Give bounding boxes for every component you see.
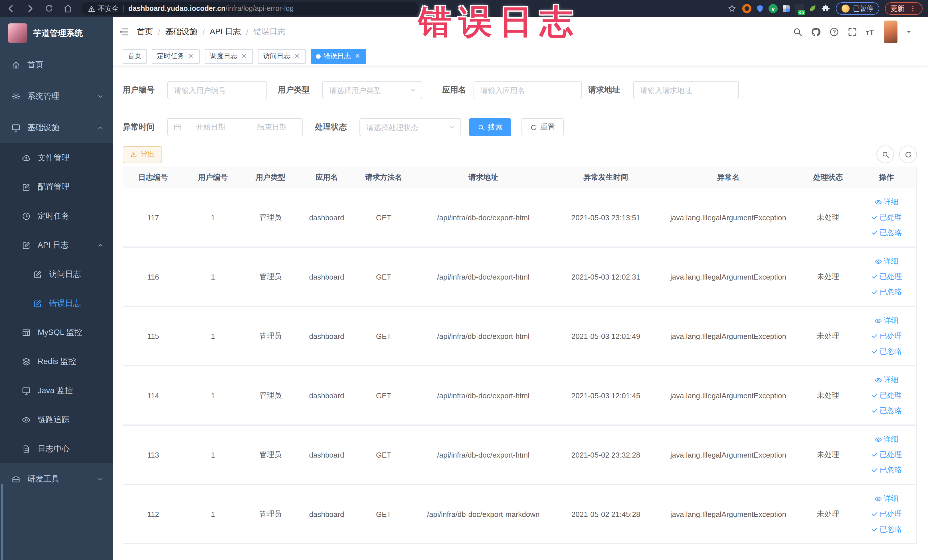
breadcrumb-infra[interactable]: 基础设施 [165, 27, 197, 37]
help-icon[interactable] [829, 27, 839, 37]
tab-job-log[interactable]: 调度日志✕ [205, 49, 253, 64]
close-icon[interactable]: ✕ [293, 52, 301, 60]
extensions-puzzle-icon[interactable] [821, 4, 830, 13]
request-url-input[interactable] [633, 81, 739, 99]
close-icon[interactable]: ✕ [240, 52, 247, 60]
close-icon[interactable]: ✕ [187, 52, 195, 60]
sidebar-item-redis[interactable]: Redis 监控 [0, 347, 113, 376]
sidebar-item-system[interactable]: 系统管理 [0, 81, 113, 112]
processed-link[interactable]: 已处理 [871, 450, 902, 460]
processed-link[interactable]: 已处理 [871, 212, 902, 223]
extension-icon-on-badge[interactable] [795, 4, 804, 13]
app-logo-row[interactable]: 芋道管理系统 [0, 17, 113, 49]
active-dot-icon [316, 54, 321, 58]
bookmark-star-icon[interactable] [728, 4, 737, 13]
edit-icon [22, 241, 31, 250]
sidebar-item-error-log[interactable]: 错误日志 [0, 289, 113, 318]
status-badge: 未处理 [800, 450, 857, 460]
ignored-link[interactable]: 已忽略 [871, 406, 902, 416]
extension-icon-orange[interactable] [742, 4, 751, 13]
user-avatar[interactable] [884, 21, 897, 43]
sidebar-item-infra[interactable]: 基础设施 [0, 112, 113, 143]
forward-icon[interactable] [25, 3, 35, 14]
detail-link[interactable]: 详细 [875, 256, 898, 267]
processed-link[interactable]: 已处理 [871, 509, 902, 519]
sidebar-item-dev-tools[interactable]: 研发工具 [0, 463, 113, 495]
tab-error-log[interactable]: 错误日志✕ [311, 49, 366, 64]
search-icon[interactable] [792, 27, 803, 37]
kebab-menu-icon[interactable] [909, 5, 917, 12]
fullscreen-icon[interactable] [847, 27, 858, 37]
ignored-link[interactable]: 已忽略 [871, 524, 902, 535]
sidebar-item-java[interactable]: Java 监控 [0, 376, 113, 405]
detail-link[interactable]: 详细 [875, 493, 898, 504]
sidebar-item-trace[interactable]: 链路追踪 [0, 405, 113, 434]
process-status-select-input[interactable] [359, 118, 461, 136]
app-name-input[interactable] [473, 81, 582, 99]
sidebar-item-home[interactable]: 首页 [0, 49, 113, 81]
extension-icon-grid[interactable] [781, 4, 791, 13]
toggle-search-button[interactable] [876, 145, 894, 163]
detail-link[interactable]: 详细 [875, 197, 898, 207]
end-date-placeholder[interactable]: 结束日期 [247, 122, 297, 132]
sidebar-item-api-log[interactable]: API 日志 [0, 230, 113, 259]
breadcrumb-api-log[interactable]: API 日志 [210, 27, 241, 37]
reload-icon[interactable] [44, 4, 53, 13]
github-icon[interactable] [811, 27, 821, 37]
sidebar-item-mysql[interactable]: MySQL 监控 [0, 318, 113, 347]
tab-home[interactable]: 首页 [123, 49, 147, 64]
start-date-placeholder[interactable]: 开始日期 [186, 122, 236, 132]
address-bar[interactable]: 不安全 dashboard.yudao.iocoder.cn/infra/log… [81, 2, 419, 15]
page-content: 用户编号 用户类型 应用名 请求地址 异常时间 [113, 66, 928, 560]
ignored-link[interactable]: 已忽略 [871, 287, 902, 297]
caret-down-icon[interactable] [905, 29, 912, 35]
sidebar-item-access-log[interactable]: 访问日志 [0, 259, 113, 289]
sidebar-item-label: 链路追踪 [38, 415, 70, 425]
breadcrumb-home[interactable]: 首页 [137, 27, 153, 37]
processed-link[interactable]: 已处理 [871, 390, 902, 401]
processed-link[interactable]: 已处理 [871, 272, 902, 282]
ignored-link[interactable]: 已忽略 [871, 346, 902, 357]
detail-link[interactable]: 详细 [875, 316, 898, 326]
tab-job[interactable]: 定时任务✕ [152, 49, 200, 64]
cell-app-name: dashboard [298, 450, 355, 459]
detail-link[interactable]: 详细 [875, 375, 898, 385]
home-icon[interactable] [63, 3, 73, 14]
ignored-link[interactable]: 已忽略 [871, 227, 902, 238]
extension-icon-shield[interactable] [756, 4, 765, 13]
tab-access-log[interactable]: 访问日志✕ [258, 49, 306, 64]
scrollbar-thumb[interactable] [1, 484, 3, 560]
export-button[interactable]: 导出 [123, 146, 162, 163]
sidebar-item-config[interactable]: 配置管理 [0, 172, 113, 201]
sidebar-item-file[interactable]: 文件管理 [0, 143, 113, 172]
profile-paused-chip[interactable]: 已暂停 [836, 2, 879, 15]
ignored-link[interactable]: 已忽略 [871, 465, 902, 475]
close-icon[interactable]: ✕ [354, 52, 361, 60]
search-button[interactable]: 搜索 [469, 118, 511, 136]
date-range-picker[interactable]: 开始日期 - 结束日期 [167, 118, 303, 136]
sidebar-item-job[interactable]: 定时任务 [0, 201, 113, 230]
font-size-icon[interactable] [865, 27, 876, 37]
sidebar-item-log-center[interactable]: 日志中心 [0, 434, 113, 463]
table-row: 114 1 管理员 dashboard GET /api/infra/db-do… [123, 366, 916, 426]
sidebar-collapse-icon[interactable] [119, 27, 129, 37]
refresh-table-button[interactable] [899, 145, 917, 163]
cell-exception-time: 2021-05-03 12:02:31 [554, 272, 657, 281]
browser-update-button[interactable]: 更新 [885, 2, 923, 15]
paused-label: 已暂停 [853, 4, 873, 14]
detail-link[interactable]: 详细 [875, 434, 898, 444]
extension-icon-leaf[interactable] [808, 4, 817, 13]
back-icon[interactable] [6, 3, 16, 14]
security-status[interactable]: 不安全 [88, 4, 119, 14]
reset-button[interactable]: 重置 [522, 118, 564, 136]
eye-icon [875, 495, 882, 502]
user-type-select[interactable] [322, 81, 422, 99]
user-id-input[interactable] [167, 81, 267, 99]
user-type-select-input[interactable] [322, 81, 422, 99]
process-status-select[interactable] [359, 118, 461, 136]
ignored-label: 已忽略 [879, 346, 902, 357]
sidebar-item-label: API 日志 [38, 240, 69, 250]
extension-icon-green[interactable]: v [769, 4, 778, 13]
processed-link[interactable]: 已处理 [871, 331, 902, 341]
cell-user-type: 管理员 [243, 509, 298, 519]
